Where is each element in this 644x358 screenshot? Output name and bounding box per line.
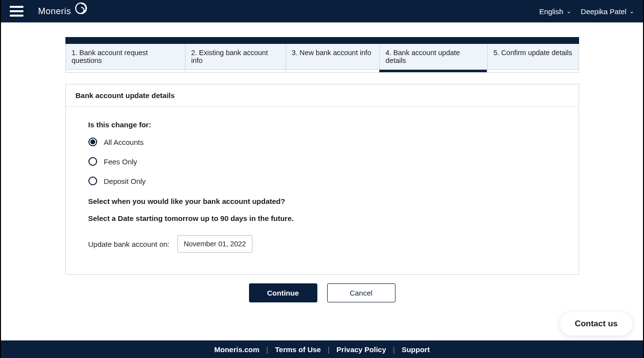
card-title: Bank account update details	[66, 84, 579, 107]
continue-button[interactable]: Continue	[249, 283, 317, 302]
language-selector[interactable]: English ⌄	[539, 7, 571, 16]
brand-swirl-icon	[73, 1, 89, 17]
tab-step-1[interactable]: 1. Bank account request questions	[66, 44, 186, 69]
user-menu[interactable]: Deepika Patel ⌄	[581, 7, 634, 16]
radio-icon	[88, 177, 97, 185]
footer-link-terms[interactable]: Terms of Use	[275, 345, 321, 354]
tab-step-5[interactable]: 5. Confirm update details	[488, 44, 579, 69]
date-label: Update bank account on:	[88, 240, 170, 248]
form-card: Bank account update details Is this chan…	[65, 84, 579, 275]
footer: Moneris.com | Terms of Use | Privacy Pol…	[1, 340, 643, 358]
brand-text: Moneris	[38, 6, 71, 17]
radio-icon	[88, 157, 97, 166]
chevron-down-icon: ⌄	[566, 8, 571, 15]
top-header: Moneris English ⌄ Deepika Patel ⌄	[1, 0, 643, 22]
tab-step-3[interactable]: 3. New bank account info	[286, 44, 380, 69]
footer-link-moneris[interactable]: Moneris.com	[214, 345, 260, 354]
chevron-down-icon: ⌄	[629, 8, 634, 15]
question-update-when: Select when you would like your bank acc…	[88, 197, 556, 205]
language-label: English	[539, 7, 563, 16]
progress-top-bar	[65, 37, 579, 44]
step-tabs: 1. Bank account request questions 2. Exi…	[65, 44, 579, 70]
brand-logo[interactable]: Moneris	[38, 3, 89, 19]
radio-label: All Accounts	[104, 138, 144, 146]
question-change-for: Is this change for:	[88, 120, 556, 129]
tab-step-4[interactable]: 4. Bank account update details	[380, 44, 488, 69]
update-date-input[interactable]: November 01, 2022	[177, 235, 252, 253]
date-range-note: Select a Date starting tomorrow up to 90…	[88, 214, 556, 222]
cancel-button[interactable]: Cancel	[327, 283, 395, 302]
radio-label: Deposit Only	[104, 177, 146, 185]
radio-label: Fees Only	[104, 158, 137, 166]
footer-separator: |	[266, 345, 268, 354]
radio-fees-only[interactable]: Fees Only	[88, 157, 556, 166]
progress-indicator	[65, 70, 579, 73]
user-name: Deepika Patel	[581, 7, 626, 16]
footer-link-privacy[interactable]: Privacy Policy	[336, 345, 386, 354]
footer-separator: |	[393, 345, 395, 354]
menu-icon[interactable]	[10, 6, 23, 17]
radio-all-accounts[interactable]: All Accounts	[88, 138, 556, 146]
contact-us-button[interactable]: Contact us	[560, 312, 632, 336]
tab-step-2[interactable]: 2. Existing bank account info	[186, 44, 286, 69]
radio-deposit-only[interactable]: Deposit Only	[88, 177, 556, 185]
footer-separator: |	[328, 345, 330, 354]
radio-icon	[88, 138, 97, 146]
footer-link-support[interactable]: Support	[402, 345, 430, 354]
